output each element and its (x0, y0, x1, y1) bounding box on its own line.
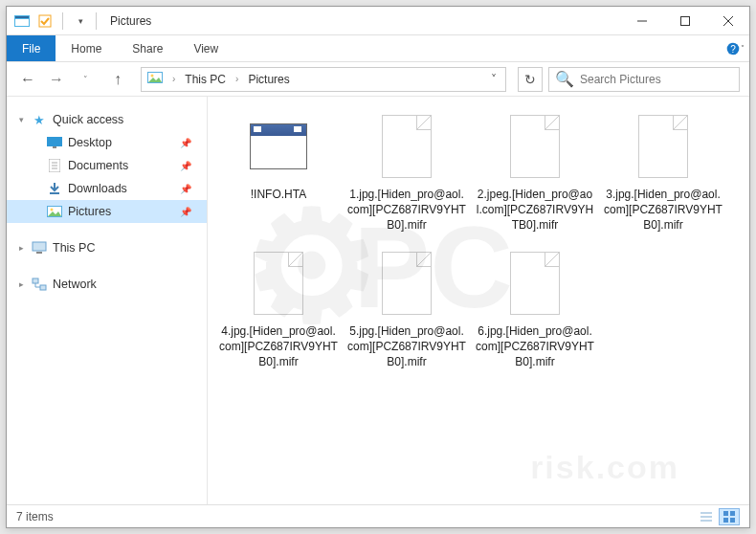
file-item[interactable]: 6.jpg.[Hiden_pro@aol.com][PCZ687IRV9YHTB… (472, 245, 598, 374)
qat-properties-icon[interactable] (35, 11, 55, 31)
computer-icon (32, 240, 47, 256)
search-icon: 🔍 (555, 70, 574, 88)
unknown-file-icon (244, 249, 313, 318)
file-name-label: 1.jpg.[Hiden_pro@aol.com][PCZ687IRV9YHTB… (347, 187, 466, 234)
svg-rect-32 (723, 518, 728, 523)
file-name-label: !INFO.HTA (251, 187, 306, 202)
svg-rect-5 (680, 16, 689, 25)
statusbar: 7 items (7, 504, 749, 527)
file-item[interactable]: 4.jpg.[Hiden_pro@aol.com][PCZ687IRV9YHTB… (215, 245, 342, 374)
unknown-file-icon (372, 249, 441, 318)
svg-point-22 (51, 209, 54, 211)
breadcrumb-pictures[interactable]: Pictures (244, 71, 293, 88)
qat-dropdown-icon[interactable]: ▾ (71, 11, 90, 31)
chevron-right-icon[interactable]: ▸ (16, 279, 26, 289)
file-list-pane[interactable]: !INFO.HTA1.jpg.[Hiden_pro@aol.com][PCZ68… (208, 97, 749, 504)
address-bar[interactable]: › This PC › Pictures ˅ (141, 67, 506, 92)
sidebar-item-label: Desktop (68, 136, 112, 149)
svg-rect-23 (33, 242, 46, 251)
sidebar-item-documents[interactable]: Documents 📌 (7, 154, 207, 177)
svg-rect-26 (40, 285, 46, 290)
file-item[interactable]: 1.jpg.[Hiden_pro@aol.com][PCZ687IRV9YHTB… (344, 108, 470, 237)
sidebar-item-label: Documents (68, 159, 128, 172)
app-icon (12, 11, 32, 31)
file-item[interactable]: 3.jpg.[Hiden_pro@aol.com][PCZ687IRV9YHTB… (600, 108, 726, 237)
svg-rect-13 (47, 137, 62, 146)
titlebar: ▾ Pictures (7, 7, 749, 35)
close-button[interactable] (706, 7, 749, 35)
desktop-icon (47, 135, 62, 150)
file-name-label: 6.jpg.[Hiden_pro@aol.com][PCZ687IRV9YHTB… (476, 323, 594, 370)
chevron-down-icon[interactable]: ▾ (16, 115, 26, 124)
file-item[interactable]: !INFO.HTA (215, 108, 342, 237)
svg-point-12 (151, 75, 154, 78)
ribbon-tab-view[interactable]: View (178, 35, 233, 61)
minimize-button[interactable] (620, 7, 663, 35)
explorer-window: ▾ Pictures File Home Share View ? ˅ ← → (6, 6, 750, 528)
chevron-right-icon[interactable]: ▸ (16, 243, 26, 253)
sidebar-item-label: Pictures (68, 205, 111, 218)
unknown-file-icon (500, 112, 569, 181)
svg-rect-2 (15, 16, 29, 18)
ribbon-file-tab[interactable]: File (7, 35, 56, 61)
search-box[interactable]: 🔍 (548, 67, 740, 92)
sidebar-this-pc[interactable]: ▸ This PC (7, 236, 207, 259)
downloads-icon (47, 181, 62, 196)
refresh-button[interactable]: ↻ (518, 67, 543, 92)
details-view-button[interactable] (696, 508, 717, 525)
svg-rect-31 (730, 511, 735, 516)
pin-icon: 📌 (180, 184, 191, 194)
network-icon (32, 277, 47, 292)
pin-icon: 📌 (180, 161, 191, 171)
unknown-file-icon (629, 112, 698, 181)
svg-text:?: ? (730, 44, 736, 55)
ribbon-tab-share[interactable]: Share (117, 35, 178, 61)
pictures-icon (47, 204, 62, 219)
file-name-label: 4.jpg.[Hiden_pro@aol.com][PCZ687IRV9YHTB… (219, 323, 338, 370)
sidebar-item-pictures[interactable]: Pictures 📌 (7, 200, 207, 223)
svg-rect-30 (723, 511, 728, 516)
file-item[interactable]: 2.jpeg.[Hiden_pro@aol.com][PCZ687IRV9YHT… (472, 108, 598, 237)
file-name-label: 5.jpg.[Hiden_pro@aol.com][PCZ687IRV9YHTB… (347, 323, 466, 370)
sidebar-item-desktop[interactable]: Desktop 📌 (7, 131, 207, 154)
item-count-label: 7 items (16, 510, 54, 523)
maximize-button[interactable] (663, 7, 706, 35)
hta-file-icon (244, 112, 313, 181)
up-button[interactable]: ↑ (106, 68, 129, 91)
window-title: Pictures (110, 14, 151, 28)
svg-rect-25 (33, 278, 38, 283)
sidebar-item-label: Network (53, 278, 97, 291)
ribbon: File Home Share View ? ˅ (7, 35, 749, 62)
breadcrumb-this-pc[interactable]: This PC (181, 71, 230, 88)
svg-rect-14 (53, 146, 56, 148)
navigation-pane[interactable]: ▾ ★ Quick access Desktop 📌 Documents 📌 D… (7, 97, 208, 504)
sidebar-item-downloads[interactable]: Downloads 📌 (7, 177, 207, 200)
search-input[interactable] (580, 73, 733, 86)
chevron-right-icon[interactable]: › (170, 74, 177, 84)
svg-rect-3 (39, 15, 51, 27)
sidebar-item-label: This PC (53, 241, 95, 255)
sidebar-quick-access[interactable]: ▾ ★ Quick access (7, 108, 207, 131)
recent-locations-button[interactable]: ˅ (74, 68, 97, 91)
pin-icon: 📌 (180, 138, 191, 148)
file-name-label: 2.jpeg.[Hiden_pro@aol.com][PCZ687IRV9YHT… (476, 187, 594, 234)
file-item[interactable]: 5.jpg.[Hiden_pro@aol.com][PCZ687IRV9YHTB… (344, 245, 470, 374)
navbar: ← → ˅ ↑ › This PC › Pictures ˅ ↻ 🔍 (7, 62, 749, 97)
chevron-right-icon[interactable]: › (233, 74, 240, 84)
pin-icon: 📌 (180, 207, 191, 217)
sidebar-item-label: Downloads (68, 182, 127, 195)
star-icon: ★ (32, 112, 47, 127)
back-button[interactable]: ← (16, 68, 39, 91)
sidebar-network[interactable]: ▸ Network (7, 273, 207, 296)
pictures-icon (147, 72, 163, 86)
unknown-file-icon (500, 249, 569, 318)
svg-rect-33 (730, 518, 735, 523)
ribbon-help-button[interactable]: ? ˅ (721, 35, 749, 61)
svg-rect-24 (36, 252, 42, 254)
documents-icon (47, 158, 62, 173)
thumbnails-view-button[interactable] (719, 508, 740, 525)
unknown-file-icon (372, 112, 441, 181)
ribbon-tab-home[interactable]: Home (56, 35, 117, 61)
forward-button[interactable]: → (45, 68, 68, 91)
address-dropdown-icon[interactable]: ˅ (484, 73, 503, 86)
